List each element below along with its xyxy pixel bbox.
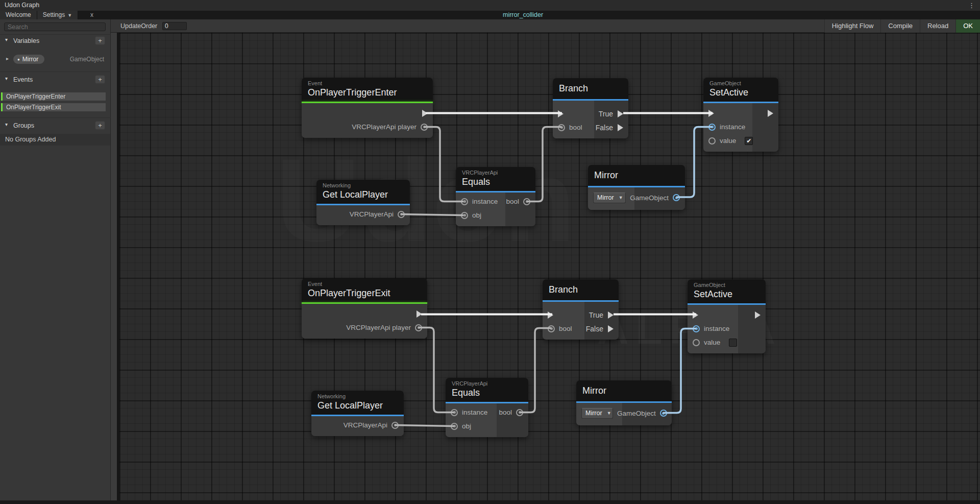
node-mirror-variable[interactable]: Mirror Mirror▼GameObject bbox=[588, 165, 685, 210]
update-order-input[interactable] bbox=[162, 22, 187, 30]
node-get-localplayer[interactable]: Networking Get LocalPlayer VRCPlayerApi bbox=[316, 180, 410, 225]
tab-bar: Welcome Settings▼ x mirror_collider bbox=[0, 11, 980, 19]
input-port-obj[interactable] bbox=[461, 212, 468, 219]
chevron-down-icon[interactable]: ▾ bbox=[5, 37, 8, 42]
divider bbox=[0, 71, 111, 72]
flow-out-port-false[interactable] bbox=[608, 325, 614, 332]
output-port[interactable] bbox=[673, 194, 680, 201]
port-label: VRCPlayerApi player bbox=[346, 324, 411, 331]
output-port[interactable] bbox=[398, 211, 405, 218]
add-group-button[interactable]: + bbox=[95, 121, 105, 130]
input-port-value[interactable] bbox=[693, 339, 700, 346]
node-header: Mirror bbox=[576, 380, 672, 401]
divider bbox=[0, 34, 111, 35]
tab-settings[interactable]: Settings▼ bbox=[37, 11, 78, 19]
output-port[interactable] bbox=[421, 124, 428, 131]
flow-out-port[interactable] bbox=[416, 310, 422, 318]
groups-section-header[interactable]: ▾ Groups + bbox=[0, 121, 111, 131]
flow-out-port[interactable] bbox=[422, 110, 428, 117]
groups-header-label: Groups bbox=[13, 121, 34, 131]
value-checkbox[interactable] bbox=[729, 339, 737, 347]
node-branch[interactable]: Branch True boolFalse bbox=[543, 279, 619, 340]
highlight-flow-button[interactable]: Highlight Flow bbox=[824, 19, 881, 33]
output-port[interactable] bbox=[660, 410, 667, 417]
node-title: Equals bbox=[462, 176, 529, 188]
reload-button[interactable]: Reload bbox=[920, 19, 955, 33]
node-equals[interactable]: VRCPlayerApi Equals instancebool obj bbox=[446, 378, 528, 437]
tab-settings-label: Settings bbox=[43, 11, 65, 18]
node-mirror-variable[interactable]: Mirror Mirror▼GameObject bbox=[576, 380, 672, 425]
node-branch[interactable]: Branch True boolFalse bbox=[553, 78, 628, 138]
input-port-value[interactable] bbox=[708, 137, 716, 145]
port-label: bool bbox=[569, 124, 582, 131]
port-label: bool bbox=[499, 409, 512, 416]
input-port-instance[interactable] bbox=[461, 198, 468, 205]
chevron-right-icon[interactable]: ▸ bbox=[6, 56, 9, 61]
node-subtitle: Event bbox=[308, 281, 421, 287]
node-setactive[interactable]: GameObject SetActive instance value bbox=[688, 279, 766, 353]
node-body: VRCPlayerApi player bbox=[302, 304, 427, 339]
compile-button[interactable]: Compile bbox=[880, 19, 920, 33]
input-port-instance[interactable] bbox=[693, 325, 700, 332]
add-event-button[interactable]: + bbox=[95, 75, 105, 84]
value-checkbox[interactable]: ✔ bbox=[745, 137, 753, 145]
node-setactive[interactable]: GameObject SetActive instance value✔ bbox=[703, 78, 778, 152]
sidebar-scrollbar[interactable] bbox=[111, 33, 117, 500]
chevron-down-icon[interactable]: ▾ bbox=[5, 122, 8, 127]
input-port-instance[interactable] bbox=[708, 124, 716, 131]
variable-dropdown[interactable]: Mirror▼ bbox=[593, 193, 626, 203]
node-header: Branch bbox=[543, 279, 619, 300]
event-list-item[interactable]: OnPlayerTriggerExit bbox=[1, 103, 106, 111]
node-title: Get LocalPlayer bbox=[323, 189, 404, 201]
flow-in-port[interactable] bbox=[708, 110, 714, 117]
flow-out-port-true[interactable] bbox=[608, 311, 614, 319]
node-title: Equals bbox=[452, 387, 522, 399]
kebab-menu-icon[interactable]: ⋮ bbox=[968, 0, 975, 11]
flow-in-port[interactable] bbox=[693, 311, 698, 319]
flow-in-port[interactable] bbox=[558, 110, 564, 117]
node-event-onplayertriggerenter[interactable]: Event OnPlayerTriggerEnter VRCPlayerApi … bbox=[302, 78, 433, 138]
variable-row-mirror[interactable]: ▸ ●Mirror GameObject bbox=[0, 53, 111, 65]
input-port-instance[interactable] bbox=[451, 409, 458, 416]
events-section-header[interactable]: ▾ Events + bbox=[0, 75, 111, 85]
grid-background[interactable] bbox=[119, 33, 980, 500]
tab-welcome-label: Welcome bbox=[6, 11, 31, 18]
bottom-edge bbox=[0, 500, 980, 504]
variable-type-label: GameObject bbox=[70, 55, 104, 64]
chevron-down-icon[interactable]: ▾ bbox=[5, 76, 8, 81]
graph-canvas[interactable] bbox=[111, 33, 980, 500]
dropdown-value: Mirror bbox=[585, 410, 602, 417]
output-port[interactable] bbox=[391, 422, 399, 429]
add-variable-button[interactable]: + bbox=[95, 36, 105, 45]
tab-welcome[interactable]: Welcome bbox=[0, 11, 37, 19]
output-port-bool[interactable] bbox=[516, 409, 523, 416]
flow-in-port[interactable] bbox=[548, 311, 553, 319]
node-equals[interactable]: VRCPlayerApi Equals instancebool obj bbox=[456, 167, 535, 226]
port-label: False bbox=[596, 124, 613, 132]
flow-out-port[interactable] bbox=[768, 110, 773, 117]
flow-out-port[interactable] bbox=[755, 311, 761, 319]
graph-title: mirror_collider bbox=[503, 11, 543, 19]
node-get-localplayer[interactable]: Networking Get LocalPlayer VRCPlayerApi bbox=[311, 391, 404, 436]
output-port[interactable] bbox=[415, 324, 422, 331]
event-list-item[interactable]: OnPlayerTriggerEnter bbox=[1, 92, 106, 101]
node-header: Networking Get LocalPlayer bbox=[316, 180, 410, 204]
variable-dropdown[interactable]: Mirror▼ bbox=[581, 408, 613, 419]
node-header: Mirror bbox=[588, 165, 685, 186]
groups-empty-label: No Groups Added bbox=[0, 134, 110, 146]
node-event-onplayertriggerexit[interactable]: Event OnPlayerTriggerExit VRCPlayerApi p… bbox=[302, 278, 427, 339]
sidebar: ▾ Variables + ▸ ●Mirror GameObject ▾ Eve… bbox=[0, 19, 111, 500]
input-port[interactable] bbox=[558, 124, 565, 131]
input-port-obj[interactable] bbox=[451, 423, 458, 430]
output-port-bool[interactable] bbox=[523, 198, 530, 205]
node-body: True boolFalse bbox=[543, 302, 619, 340]
input-port[interactable] bbox=[548, 325, 555, 332]
flow-out-port-false[interactable] bbox=[618, 124, 623, 131]
variable-pill[interactable]: ●Mirror bbox=[13, 55, 44, 64]
port-label: bool bbox=[559, 325, 572, 332]
tab-close[interactable]: x bbox=[85, 11, 99, 19]
flow-out-port-true[interactable] bbox=[618, 110, 623, 117]
variables-section-header[interactable]: ▾ Variables + bbox=[0, 36, 111, 46]
search-input[interactable] bbox=[4, 22, 106, 31]
ok-button[interactable]: OK bbox=[955, 19, 980, 33]
